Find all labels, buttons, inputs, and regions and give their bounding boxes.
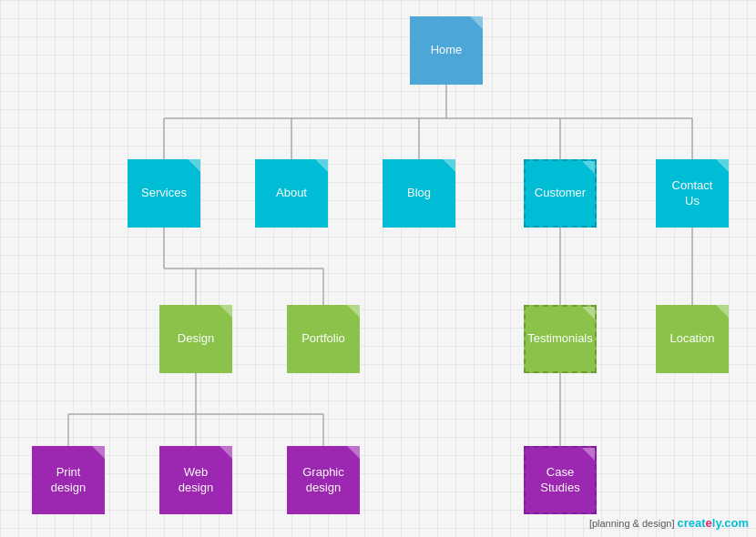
watermark-prefix: [planning & design] bbox=[589, 518, 675, 529]
connectors-svg bbox=[0, 0, 756, 537]
watermark-brand: creately.com bbox=[677, 516, 749, 530]
node-label-location: Location bbox=[662, 329, 721, 349]
node-label-customer: Customer bbox=[527, 184, 593, 203]
node-label-webdesign: Web design bbox=[159, 463, 232, 498]
node-label-portfolio: Portfolio bbox=[294, 329, 352, 349]
node-label-services: Services bbox=[134, 184, 194, 203]
watermark: [planning & design] creately.com bbox=[589, 516, 749, 530]
node-label-testimonials: Testimonials bbox=[520, 329, 600, 349]
node-label-about: About bbox=[269, 184, 314, 203]
node-label-graphicdesign: Graphic design bbox=[287, 463, 360, 498]
node-label-home: Home bbox=[424, 41, 470, 60]
node-label-design: Design bbox=[170, 329, 221, 349]
node-label-printdesign: Print design bbox=[32, 463, 105, 498]
node-label-contactus: Contact Us bbox=[656, 177, 729, 211]
diagram-container: HomeServicesAboutBlogCustomerContact UsD… bbox=[0, 0, 756, 537]
node-label-casestudies: Case Studies bbox=[526, 463, 595, 498]
node-label-blog: Blog bbox=[400, 184, 438, 203]
